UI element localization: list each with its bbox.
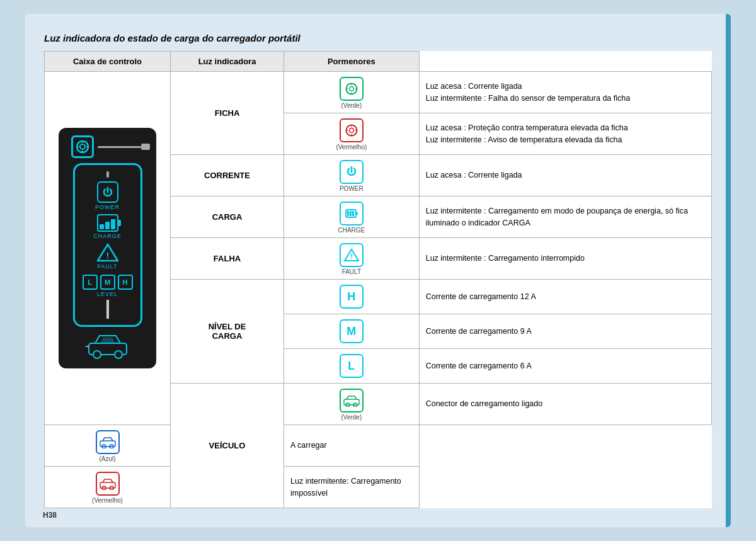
svg-point-1 bbox=[80, 144, 85, 149]
fault-icon: ! bbox=[340, 243, 364, 267]
charge-icon-label: CHARGE bbox=[290, 227, 413, 234]
nivel-l-indicator: L bbox=[284, 349, 420, 384]
ficha-vermelho-label: (Vermelho) bbox=[290, 144, 413, 151]
power-icon-label: POWER bbox=[290, 185, 413, 192]
svg-text:!: ! bbox=[350, 253, 353, 260]
main-table: Caixa de controlo Luz indicadora Pormeno… bbox=[44, 51, 712, 508]
falha-label: FALHA bbox=[171, 238, 284, 280]
veiculo-label: VEÍCULO bbox=[171, 384, 284, 508]
charge-label: CHARGE bbox=[93, 233, 122, 239]
device-body: POWER CHARGE bbox=[73, 163, 142, 327]
corrente-indicator: POWER bbox=[284, 155, 420, 196]
veiculo-red-details: Luz intermitente: Carregamento impossíve… bbox=[284, 467, 420, 508]
svg-point-9 bbox=[93, 351, 101, 358]
power-label: POWER bbox=[95, 204, 120, 210]
falha-indicator: ! FAULT bbox=[284, 238, 420, 280]
nivel-m-details: Corrente de carregamento 9 A bbox=[419, 314, 711, 349]
ficha-red-details: Luz acesa : Proteção contra temperatura … bbox=[419, 113, 711, 155]
fault-display: ! bbox=[97, 243, 118, 262]
car-red-icon bbox=[96, 472, 120, 496]
car-blue-icon bbox=[96, 430, 120, 454]
ficha-verde-label: (Verde) bbox=[290, 102, 413, 109]
m-icon: M bbox=[340, 319, 364, 343]
ficha-green-details: Luz acesa : Corrente ligadaLuz intermite… bbox=[419, 72, 711, 113]
svg-rect-29 bbox=[352, 211, 354, 216]
nivel-label: NÍVEL DECARGA bbox=[171, 280, 284, 384]
plug-green-icon bbox=[340, 77, 364, 101]
corrente-label: CORRENTE bbox=[171, 155, 284, 196]
plug-red-icon bbox=[340, 118, 364, 142]
header-por: Pormenores bbox=[284, 52, 420, 72]
nivel-h-indicator: H bbox=[284, 280, 420, 314]
veiculo-green-details: Conector de carregamento ligado bbox=[419, 384, 711, 425]
ficha-label: FICHA bbox=[171, 72, 284, 155]
level-label: LEVEL bbox=[97, 291, 118, 297]
veiculo-vermelho-label: (Vermelho) bbox=[51, 497, 164, 504]
nivel-l-details: Corrente de carregamento 6 A bbox=[419, 349, 711, 384]
veiculo-verde-label: (Verde) bbox=[290, 414, 413, 421]
battery-display bbox=[97, 214, 118, 232]
falha-details: Luz intermitente : Carregamento interrom… bbox=[419, 238, 711, 280]
page-title: Luz indicadora do estado de carga do car… bbox=[44, 33, 712, 43]
table-row: (Azul) A carregar bbox=[45, 425, 712, 467]
svg-text:!: ! bbox=[106, 251, 108, 260]
plug-row bbox=[65, 135, 150, 158]
svg-point-19 bbox=[346, 125, 357, 136]
car-display bbox=[86, 331, 130, 361]
power-icon bbox=[340, 160, 364, 184]
power-btn-display bbox=[97, 181, 118, 203]
veiculo-red-indicator: (Vermelho) bbox=[45, 467, 171, 508]
control-box: POWER CHARGE bbox=[59, 128, 156, 368]
page-container: Luz indicadora do estado de carga do car… bbox=[25, 14, 731, 527]
veiculo-azul-label: (Azul) bbox=[51, 455, 164, 462]
carga-details: Luz intermitente : Carregamento em modo … bbox=[419, 196, 711, 238]
level-m: M bbox=[100, 275, 115, 290]
carga-label: CARGA bbox=[171, 196, 284, 238]
plug-icon bbox=[71, 135, 94, 158]
car-green-icon bbox=[340, 389, 364, 413]
carga-indicator: CHARGE bbox=[284, 196, 420, 238]
nivel-h-details: Corrente de carregamento 12 A bbox=[419, 280, 711, 314]
ficha-green-indicator: (Verde) bbox=[284, 72, 420, 113]
cable-bottom bbox=[106, 300, 109, 319]
ficha-red-indicator: (Vermelho) bbox=[284, 113, 420, 155]
svg-rect-28 bbox=[350, 211, 352, 216]
level-h: H bbox=[118, 275, 133, 290]
h-icon: H bbox=[340, 285, 364, 309]
header-caixa: Caixa de controlo bbox=[45, 52, 171, 72]
svg-point-10 bbox=[115, 351, 122, 358]
control-box-cell: POWER CHARGE bbox=[45, 72, 171, 425]
table-row: POWER CHARGE bbox=[45, 72, 712, 113]
battery-icon bbox=[340, 202, 364, 225]
fault-label: FAULT bbox=[97, 263, 117, 270]
fault-icon-label: FAULT bbox=[290, 268, 413, 275]
veiculo-blue-details: A carregar bbox=[284, 425, 420, 467]
page-number: H38 bbox=[43, 511, 57, 520]
veiculo-green-indicator: (Verde) bbox=[284, 384, 420, 425]
svg-rect-27 bbox=[347, 211, 349, 216]
level-row: L M H bbox=[83, 275, 133, 290]
level-l: L bbox=[83, 275, 98, 290]
table-row: (Vermelho) Luz intermitente: Carregament… bbox=[45, 467, 712, 508]
veiculo-blue-indicator: (Azul) bbox=[45, 425, 171, 467]
svg-rect-26 bbox=[356, 212, 358, 215]
header-luz: Luz indicadora bbox=[171, 52, 284, 72]
nivel-m-indicator: M bbox=[284, 314, 420, 349]
svg-point-14 bbox=[349, 87, 353, 91]
svg-point-13 bbox=[346, 84, 357, 94]
corrente-details: Luz acesa : Corrente ligada bbox=[419, 155, 711, 196]
l-icon: L bbox=[340, 354, 364, 378]
svg-point-20 bbox=[349, 128, 353, 133]
